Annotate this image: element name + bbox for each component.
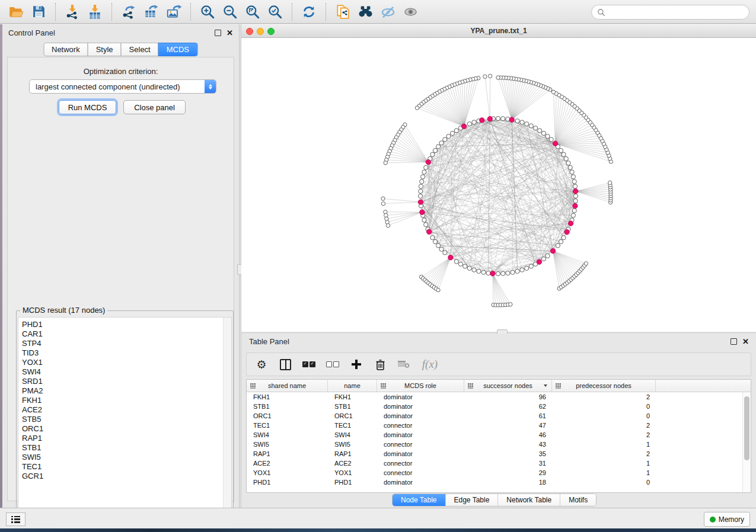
zoom-in-button[interactable] <box>197 2 218 21</box>
column-header-successor-nodes[interactable]: successor nodes <box>464 380 552 392</box>
graph-node[interactable] <box>541 131 546 135</box>
graph-node[interactable] <box>424 223 428 227</box>
tab-style[interactable]: Style <box>88 43 122 56</box>
task-history-button[interactable] <box>6 512 25 526</box>
criterion-dropdown[interactable]: largest connected component (undirected) <box>29 79 216 94</box>
graph-hub-node[interactable] <box>487 117 492 121</box>
graph-node[interactable] <box>433 239 437 243</box>
graph-leaf-node[interactable] <box>483 75 487 78</box>
graph-node[interactable] <box>566 161 570 165</box>
graph-node[interactable] <box>525 266 529 270</box>
graph-node[interactable] <box>472 120 476 124</box>
graph-node[interactable] <box>573 184 577 188</box>
graph-node[interactable] <box>424 165 428 169</box>
graph-node[interactable] <box>439 247 444 251</box>
tab-mcds[interactable]: MCDS <box>158 43 197 56</box>
graph-node[interactable] <box>463 264 467 268</box>
column-header-shared-name[interactable]: shared name <box>247 380 328 392</box>
show-hidden-button[interactable] <box>400 2 420 21</box>
table-row[interactable]: RAP1RAP1dominator352 <box>247 449 751 459</box>
graph-leaf-node[interactable] <box>509 303 512 306</box>
graph-hub-node[interactable] <box>420 210 425 214</box>
close-panel-icon[interactable]: ✕ <box>227 30 233 36</box>
table-row[interactable]: YOX1YOX1connector291 <box>247 468 751 477</box>
table-row[interactable]: ORC1ORC1dominator610 <box>247 411 751 421</box>
graph-node[interactable] <box>454 129 458 133</box>
zoom-selected-button[interactable] <box>265 2 285 21</box>
graph-node[interactable] <box>433 148 437 152</box>
graph-hub-node[interactable] <box>573 203 578 208</box>
table-scrollbar-thumb[interactable] <box>744 396 749 460</box>
mcds-result-item[interactable]: PHD1 <box>18 320 231 329</box>
graph-node[interactable] <box>571 175 575 179</box>
graph-node[interactable] <box>443 251 447 255</box>
mcds-result-item[interactable]: SRD1 <box>18 377 231 386</box>
zoom-fit-button[interactable] <box>243 2 263 21</box>
close-table-panel-icon[interactable]: ✕ <box>742 339 749 344</box>
refresh-layout-button[interactable] <box>299 2 319 21</box>
graph-hub-node[interactable] <box>550 248 555 253</box>
graph-node[interactable] <box>534 126 538 130</box>
graph-leaf-node[interactable] <box>415 106 419 110</box>
mcds-result-item[interactable]: SWI4 <box>18 367 231 377</box>
graph-node[interactable] <box>573 199 578 203</box>
graph-leaf-node[interactable] <box>384 210 387 214</box>
show-columns-button[interactable] <box>277 357 293 372</box>
graph-node[interactable] <box>570 170 574 174</box>
graph-node[interactable] <box>515 119 519 123</box>
graph-node[interactable] <box>520 120 524 124</box>
graph-node[interactable] <box>501 117 505 121</box>
mcds-result-item[interactable]: ACE2 <box>18 405 231 415</box>
function-builder-button[interactable]: f(x) <box>420 357 440 372</box>
graph-leaf-node[interactable] <box>386 224 390 227</box>
graph-node[interactable] <box>559 239 563 243</box>
graph-hub-node[interactable] <box>418 200 423 204</box>
mcds-result-item[interactable]: GCR1 <box>18 472 231 481</box>
delete-table-button[interactable] <box>396 357 412 372</box>
graph-hub-node[interactable] <box>509 117 514 122</box>
column-header-MCDS-role[interactable]: MCDS role <box>377 380 464 392</box>
tab-network-table[interactable]: Network Table <box>497 494 560 506</box>
close-panel-button[interactable]: Close panel <box>123 100 186 114</box>
deselect-all-button[interactable] <box>325 357 340 372</box>
mcds-result-item[interactable]: TEC1 <box>18 462 231 472</box>
export-network-button[interactable] <box>119 2 139 21</box>
graph-node[interactable] <box>443 137 447 142</box>
graph-node[interactable] <box>419 184 423 188</box>
select-all-button[interactable] <box>301 357 317 372</box>
graph-hub-node[interactable] <box>461 124 466 129</box>
graph-leaf-node[interactable] <box>381 197 385 200</box>
graph-node[interactable] <box>529 264 533 268</box>
clone-network-button[interactable] <box>333 2 353 21</box>
save-session-button[interactable] <box>28 2 49 21</box>
graph-node[interactable] <box>525 122 529 126</box>
tab-motifs[interactable]: Motifs <box>560 494 596 506</box>
delete-columns-button[interactable] <box>372 357 388 372</box>
mcds-result-item[interactable]: STB1 <box>18 443 231 453</box>
graph-node[interactable] <box>511 270 515 274</box>
search-field[interactable] <box>591 5 749 20</box>
graph-node[interactable] <box>559 148 563 152</box>
graph-node[interactable] <box>481 270 486 274</box>
table-row[interactable]: TEC1TEC1connector472 <box>247 421 751 430</box>
mcds-result-item[interactable]: PMA2 <box>18 386 231 396</box>
export-table-button[interactable] <box>141 2 161 21</box>
zoom-out-button[interactable] <box>220 2 240 21</box>
table-row[interactable]: SWI5SWI5connector431 <box>247 440 751 449</box>
graph-leaf-node[interactable] <box>608 181 612 184</box>
graph-node[interactable] <box>477 269 481 273</box>
import-table-button[interactable] <box>85 2 105 21</box>
mcds-result-item[interactable]: YOX1 <box>18 358 231 367</box>
graph-node[interactable] <box>450 131 454 135</box>
hide-selected-button[interactable] <box>378 2 398 21</box>
float-panel-icon[interactable] <box>215 30 221 36</box>
mcds-result-item[interactable]: TID3 <box>18 348 231 358</box>
graph-node[interactable] <box>562 236 566 240</box>
graph-node[interactable] <box>439 141 444 145</box>
graph-hub-node[interactable] <box>480 118 484 123</box>
graph-node[interactable] <box>467 266 471 270</box>
memory-button[interactable]: Memory <box>704 512 750 527</box>
tab-select[interactable]: Select <box>121 43 159 56</box>
graph-leaf-node[interactable] <box>436 288 440 291</box>
graph-node[interactable] <box>546 254 550 258</box>
